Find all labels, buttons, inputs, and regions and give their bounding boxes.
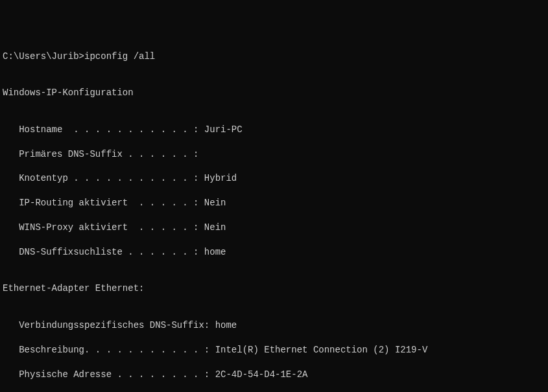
command-line[interactable]: C:\Users\Jurib>ipconfig /all (3, 51, 545, 63)
command-text: ipconfig /all (84, 51, 155, 63)
section-header: Windows-IP-Konfiguration (3, 87, 545, 99)
prompt-text: C:\Users\Jurib> (3, 51, 84, 63)
section-header: Ethernet-Adapter Ethernet: (3, 282, 545, 295)
output-line: Primäres DNS-Suffix . . . . . . : (3, 148, 545, 161)
output-line: DNS-Suffixsuchliste . . . . . . : home (3, 246, 545, 259)
output-line: Physische Adresse . . . . . . . . : 2C-4… (3, 369, 545, 381)
output-line: IP-Routing aktiviert . . . . . : Nein (3, 197, 545, 209)
output-line: Hostname . . . . . . . . . . . : Juri-PC (3, 124, 545, 136)
output-line: Verbindungsspezifisches DNS-Suffix: home (3, 319, 545, 332)
output-line: Knotentyp . . . . . . . . . . . : Hybrid (3, 172, 545, 185)
output-line: Beschreibung. . . . . . . . . . . : Inte… (3, 344, 545, 356)
output-line: WINS-Proxy aktiviert . . . . . : Nein (3, 222, 545, 234)
